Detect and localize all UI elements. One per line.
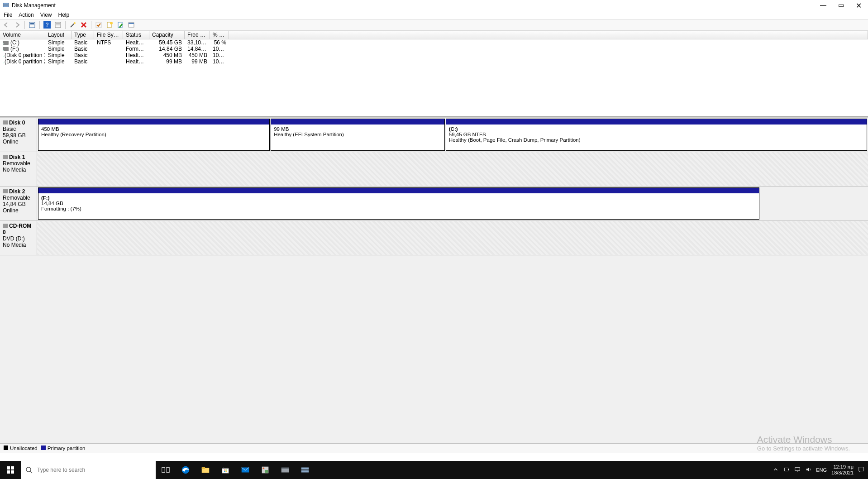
col-capacity[interactable]: Capacity [149,31,185,39]
col-pct[interactable]: % Free [210,31,229,39]
drive-icon [3,41,9,45]
tray-power-icon[interactable] [783,466,790,474]
disk-info: Disk 1RemovableNo Media [0,152,37,186]
maximize-button[interactable]: ▭ [838,1,844,10]
legend-unallocated: Unallocated [10,445,38,451]
explorer-icon[interactable] [196,461,215,479]
partition[interactable]: 450 MBHealthy (Recovery Partition) [38,119,270,151]
svg-rect-42 [788,469,789,470]
svg-rect-3 [30,23,34,24]
menu-action[interactable]: Action [19,12,33,18]
volume-header[interactable]: Volume Layout Type File System Status Ca… [0,31,868,39]
col-layout[interactable]: Layout [45,31,72,39]
tray-volume-icon[interactable] [805,466,811,474]
svg-rect-28 [222,468,229,473]
volume-row[interactable]: (Disk 0 partition 1)SimpleBasicHealthy (… [0,52,868,58]
check-icon[interactable] [94,20,103,29]
partition[interactable]: (C:)59,45 GB NTFSHealthy (Boot, Page Fil… [446,119,867,151]
delete-button[interactable] [79,20,88,29]
properties-button[interactable] [53,20,62,29]
svg-rect-23 [162,468,165,473]
disk-info: Disk 0Basic59,98 GBOnline [0,118,37,152]
diskmgmt-taskbar-icon[interactable] [295,461,315,479]
volume-row[interactable]: (F:)SimpleBasicFormattin...14,84 GB14,84… [0,46,868,52]
attach-icon[interactable] [116,20,125,29]
toolbar: ? [0,19,868,31]
svg-rect-17 [7,466,10,469]
wand-icon[interactable] [68,20,77,29]
edge-icon[interactable] [176,461,196,479]
legend-primary: Primary partition [48,445,86,451]
menu-view[interactable]: View [40,12,52,18]
store-icon[interactable] [215,461,235,479]
svg-rect-41 [785,468,788,471]
volume-row[interactable]: (Disk 0 partition 2)SimpleBasicHealthy (… [0,58,868,65]
back-button[interactable] [2,20,11,29]
menu-help[interactable]: Help [58,12,70,18]
task-view-icon[interactable] [156,461,176,479]
app-icon-2[interactable] [275,461,295,479]
svg-rect-27 [202,467,205,469]
col-type[interactable]: Type [72,31,94,39]
svg-rect-2 [29,22,35,28]
disk-row[interactable]: Disk 0Basic59,98 GBOnline450 MBHealthy (… [0,118,868,152]
search-placeholder: Type here to search [37,467,85,473]
start-button[interactable] [0,461,21,479]
disk-row[interactable]: Disk 1RemovableNo Media [0,152,868,187]
svg-rect-24 [167,468,169,473]
svg-rect-39 [301,468,309,470]
col-free[interactable]: Free Spa... [185,31,210,39]
volume-row[interactable]: (C:)SimpleBasicNTFSHealthy (B...59,45 GB… [0,39,868,46]
partition[interactable]: 99 MBHealthy (EFI System Partition) [271,119,445,151]
svg-rect-1 [3,5,9,7]
svg-rect-18 [11,466,14,469]
forward-button[interactable] [13,20,22,29]
svg-rect-31 [224,471,225,472]
tray-lang[interactable]: ENG [816,467,827,473]
tray-network-icon[interactable] [794,466,801,474]
svg-text:?: ? [46,22,49,28]
drive-icon [3,47,9,51]
dialog-icon[interactable] [127,20,136,29]
close-button[interactable]: ✕ [856,1,862,10]
svg-rect-36 [265,470,268,473]
svg-line-22 [30,471,32,473]
svg-rect-19 [7,470,10,474]
col-status[interactable]: Status [123,31,149,39]
svg-point-35 [263,468,265,469]
svg-rect-40 [301,470,309,473]
tray-chevron-icon[interactable] [773,466,779,474]
disk-graphical-view: Disk 0Basic59,98 GBOnline450 MBHealthy (… [0,117,868,443]
disk-row[interactable]: Disk 2Removable14,84 GBOnline(F:)14,84 G… [0,187,868,221]
search-box[interactable]: Type here to search [21,461,156,479]
svg-line-9 [71,24,74,27]
action-center-icon[interactable] [858,466,864,474]
volume-list: Volume Layout Type File System Status Ca… [0,31,868,117]
svg-rect-16 [129,23,134,24]
app-icon [3,2,9,10]
new-icon[interactable] [105,20,114,29]
system-tray[interactable]: ENG 12:19 πμ 18/3/2021 [769,464,868,476]
partition[interactable]: (F:)14,84 GBFormatting : (7%) [38,187,759,220]
disk-info: Disk 2Removable14,84 GBOnline [0,187,37,220]
menu-file[interactable]: File [4,12,12,18]
window-title: Disk Management [12,2,56,9]
svg-point-13 [110,22,113,24]
svg-rect-43 [795,468,800,471]
svg-rect-11 [96,22,101,28]
col-fs[interactable]: File System [94,31,123,39]
svg-rect-38 [281,468,289,469]
help-button[interactable]: ? [43,20,52,29]
tray-clock[interactable]: 12:19 πμ 18/3/2021 [831,464,854,476]
mail-icon[interactable] [235,461,255,479]
legend: Unallocated Primary partition [0,443,868,453]
svg-point-10 [74,22,76,24]
minimize-button[interactable]: — [820,1,826,10]
svg-rect-20 [11,470,14,474]
menubar: File Action View Help [0,11,868,19]
col-volume[interactable]: Volume [0,31,45,39]
svg-point-21 [26,467,31,472]
disk-row[interactable]: CD-ROM 0DVD (D:)No Media [0,221,868,255]
app-icon-1[interactable] [255,461,275,479]
refresh-icon[interactable] [28,20,37,29]
